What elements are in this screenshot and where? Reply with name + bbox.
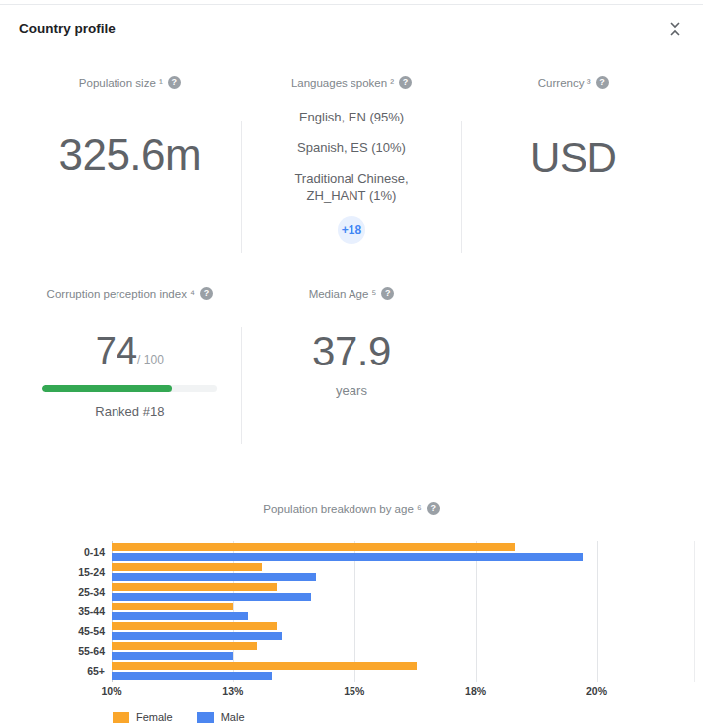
legend-swatch-male — [197, 712, 214, 723]
plot-right-border — [694, 541, 695, 682]
x-axis-tick-label: 20% — [586, 685, 607, 697]
bar-male-15-24[interactable] — [112, 573, 316, 581]
cpi-progress-track — [42, 385, 217, 392]
currency-label: Currency ³ — [538, 77, 591, 89]
bar-group — [112, 621, 694, 641]
population-size-label: Population size ¹ — [79, 77, 163, 89]
legend-item-female[interactable]: Female — [113, 711, 173, 723]
bar-male-55-64[interactable] — [112, 652, 233, 660]
age-group-label: 0-14 — [60, 546, 112, 558]
legend-item-male[interactable]: Male — [197, 711, 245, 723]
help-icon[interactable]: ? — [381, 287, 394, 300]
median-age-value: 37.9 — [241, 328, 463, 375]
help-icon[interactable]: ? — [427, 502, 440, 515]
x-axis-tick-label: 15% — [344, 685, 364, 697]
help-icon[interactable]: ? — [168, 76, 181, 89]
bar-female-65+[interactable] — [112, 662, 417, 670]
corruption-score-value: 74 — [96, 330, 137, 371]
median-age-label: Median Age ⁵ — [309, 288, 377, 300]
population-size-card: Population size ¹ ? 325.6m — [19, 76, 241, 261]
languages-spoken-card: Languages spoken ² ? English, EN (95%) S… — [241, 76, 463, 261]
bar-group — [112, 582, 694, 602]
bar-group — [112, 542, 694, 562]
chart-x-axis: 10%13%15%18%20% — [112, 685, 694, 703]
chart-plot-area: 0-1415-2425-3435-4445-5455-6465+ — [60, 541, 694, 682]
chart-row-15-24: 15-24 — [60, 562, 694, 582]
currency-card: Currency ³ ? USD — [462, 76, 684, 261]
column-divider — [241, 327, 242, 444]
empty-cell — [462, 287, 684, 458]
corruption-rank: Ranked #18 — [19, 404, 241, 419]
currency-label-row: Currency ³ ? — [462, 76, 684, 89]
bar-female-0-14[interactable] — [112, 543, 515, 551]
age-group-label: 25-34 — [60, 586, 112, 598]
column-divider — [241, 121, 242, 253]
languages-spoken-label: Languages spoken ² — [291, 77, 394, 89]
age-group-label: 65+ — [60, 665, 112, 677]
chart-row-55-64: 55-64 — [60, 641, 694, 661]
languages-spoken-label-row: Languages spoken ² ? — [241, 76, 463, 89]
panel-header: Country profile — [0, 5, 703, 42]
language-list: English, EN (95%) Spanish, ES (10%) Trad… — [241, 109, 463, 204]
chart-row-0-14: 0-14 — [60, 542, 694, 562]
bar-female-35-44[interactable] — [112, 603, 233, 610]
chart-title: Population breakdown by age ⁶ — [263, 503, 421, 515]
page-title: Country profile — [19, 21, 116, 36]
currency-value: USD — [462, 134, 684, 182]
bar-male-65+[interactable] — [112, 672, 272, 680]
corruption-score-outof: / 100 — [137, 353, 164, 366]
legend-swatch-female — [113, 712, 129, 723]
age-group-label: 55-64 — [60, 645, 112, 657]
bar-group — [112, 641, 694, 661]
chart-legend: FemaleMale — [113, 711, 694, 723]
collapse-panel-button[interactable] — [667, 19, 683, 42]
corruption-score: 74/ 100 — [19, 330, 241, 372]
x-axis-tick-label: 18% — [465, 685, 486, 697]
language-item: English, EN (95%) — [299, 109, 404, 125]
chart-row-45-54: 45-54 — [60, 621, 694, 641]
age-group-label: 15-24 — [60, 566, 112, 578]
help-icon[interactable]: ? — [200, 287, 213, 300]
corruption-index-label: Corruption perception index ⁴ — [47, 288, 195, 300]
help-icon[interactable]: ? — [596, 76, 609, 89]
bar-male-45-54[interactable] — [112, 632, 282, 640]
collapse-vertical-icon — [669, 25, 681, 40]
population-breakdown-section: Population breakdown by age ⁶ ? 0-1415-2… — [0, 502, 703, 723]
x-axis-tick-label: 10% — [101, 685, 121, 697]
corruption-index-card: Corruption perception index ⁴ ? 74/ 100 … — [19, 287, 241, 458]
bar-male-25-34[interactable] — [112, 593, 311, 601]
age-group-label: 35-44 — [60, 606, 112, 617]
help-icon[interactable]: ? — [399, 76, 412, 89]
legend-label: Male — [221, 711, 245, 723]
bar-female-45-54[interactable] — [112, 622, 277, 630]
chart-row-35-44: 35-44 — [60, 602, 694, 621]
language-item: Spanish, ES (10%) — [297, 139, 406, 156]
stats-row-1: Population size ¹ ? 325.6m Languages spo… — [19, 76, 684, 261]
stats-row-2: Corruption perception index ⁴ ? 74/ 100 … — [19, 287, 684, 458]
bar-group — [112, 562, 694, 582]
corruption-index-label-row: Corruption perception index ⁴ ? — [19, 287, 241, 300]
chart-title-row: Population breakdown by age ⁶ ? — [0, 502, 703, 515]
bar-male-35-44[interactable] — [112, 612, 248, 620]
cpi-progress-fill — [42, 385, 171, 392]
bar-female-25-34[interactable] — [112, 583, 277, 591]
bar-group — [112, 661, 694, 681]
chart-row-25-34: 25-34 — [60, 582, 694, 602]
population-size-value: 325.6m — [19, 130, 241, 180]
more-languages-badge[interactable]: +18 — [338, 216, 365, 244]
chart-row-65+: 65+ — [60, 661, 694, 681]
median-age-label-row: Median Age ⁵ ? — [241, 287, 463, 300]
legend-label: Female — [136, 711, 173, 723]
median-age-card: Median Age ⁵ ? 37.9 years — [241, 287, 463, 458]
bar-male-0-14[interactable] — [112, 553, 583, 561]
x-axis-tick-label: 13% — [222, 685, 243, 697]
age-breakdown-chart: 0-1415-2425-3435-4445-5455-6465+ 10%13%1… — [60, 541, 694, 723]
bar-female-15-24[interactable] — [112, 563, 262, 571]
bar-group — [112, 602, 694, 621]
language-item: Traditional Chinese, ZH_HANT (1%) — [267, 170, 436, 204]
median-age-unit: years — [241, 383, 463, 398]
age-group-label: 45-54 — [60, 625, 112, 637]
bar-female-55-64[interactable] — [112, 642, 257, 650]
population-size-label-row: Population size ¹ ? — [19, 76, 241, 89]
